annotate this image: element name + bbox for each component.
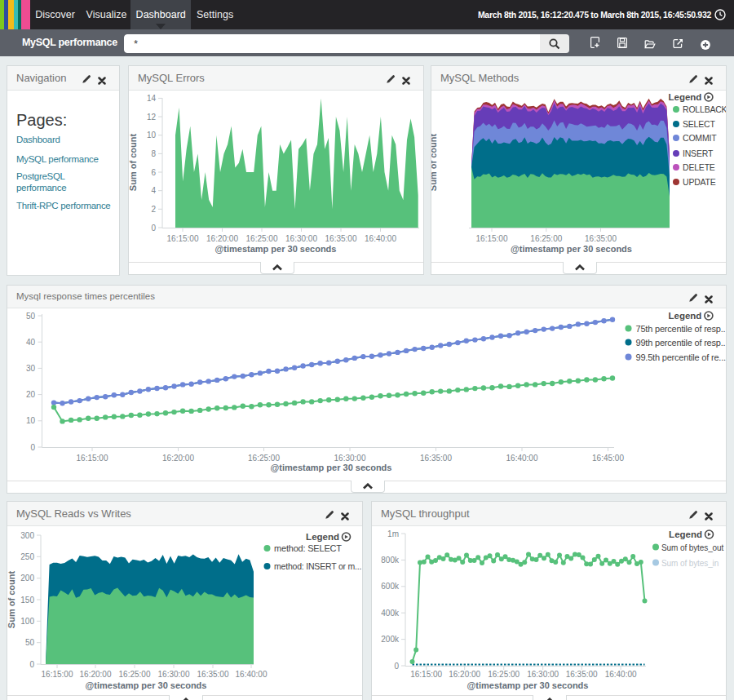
svg-text:16:40:00: 16:40:00: [506, 454, 538, 463]
svg-text:2: 2: [151, 205, 156, 214]
svg-text:16:25:00: 16:25:00: [246, 234, 278, 243]
svg-text:99.5th percentile of re...: 99.5th percentile of re...: [636, 352, 727, 362]
svg-text:800k: 800k: [381, 556, 400, 565]
svg-text:16:35:00: 16:35:00: [197, 670, 229, 679]
svg-text:COMMIT: COMMIT: [683, 133, 717, 143]
svg-text:method: SELECT: method: SELECT: [274, 543, 342, 553]
svg-text:16:15:00: 16:15:00: [476, 234, 508, 243]
svg-text:@timestamp per 30 seconds: @timestamp per 30 seconds: [215, 244, 337, 254]
svg-text:200: 200: [20, 574, 34, 583]
svg-text:8: 8: [151, 149, 156, 158]
svg-text:16:45:00: 16:45:00: [592, 454, 624, 463]
svg-text:Sum of count: Sum of count: [129, 134, 138, 192]
svg-text:16:30:00: 16:30:00: [285, 234, 317, 243]
svg-text:30: 30: [26, 364, 36, 373]
svg-text:6: 6: [151, 168, 156, 177]
svg-text:16:30:00: 16:30:00: [527, 670, 559, 679]
svg-text:1m: 1m: [387, 529, 399, 538]
svg-text:Legend: Legend: [306, 532, 339, 542]
svg-text:Legend: Legend: [669, 311, 702, 321]
svg-text:@timestamp per 30 seconds: @timestamp per 30 seconds: [511, 244, 632, 254]
svg-text:16:35:00: 16:35:00: [585, 234, 617, 243]
svg-text:50: 50: [26, 312, 36, 321]
svg-text:600k: 600k: [381, 582, 400, 591]
svg-text:@timestamp per 30 seconds: @timestamp per 30 seconds: [86, 680, 207, 690]
svg-text:16:20:00: 16:20:00: [80, 670, 112, 679]
svg-text:300: 300: [20, 531, 34, 540]
svg-text:400k: 400k: [381, 609, 400, 618]
svg-text:Sum of bytes_out: Sum of bytes_out: [661, 543, 724, 552]
svg-text:40: 40: [26, 338, 36, 347]
svg-text:16:35:00: 16:35:00: [325, 234, 357, 243]
svg-text:ROLLBACK: ROLLBACK: [683, 104, 726, 114]
svg-text:0: 0: [151, 224, 156, 233]
svg-text:0: 0: [394, 662, 399, 671]
svg-text:16:40:00: 16:40:00: [236, 670, 268, 679]
svg-text:@timestamp per 30 seconds: @timestamp per 30 seconds: [467, 680, 589, 690]
svg-text:100: 100: [20, 617, 34, 626]
svg-text:16:35:00: 16:35:00: [420, 454, 452, 463]
svg-text:0: 0: [29, 660, 34, 669]
svg-text:16:40:00: 16:40:00: [605, 670, 637, 679]
svg-text:16:30:00: 16:30:00: [334, 454, 366, 463]
svg-text:16:20:00: 16:20:00: [449, 670, 480, 679]
svg-text:16:35:00: 16:35:00: [566, 670, 598, 679]
svg-text:75th percentile of resp...: 75th percentile of resp...: [636, 324, 727, 334]
svg-text:Sum of bytes_in: Sum of bytes_in: [661, 559, 719, 568]
svg-text:20: 20: [26, 390, 36, 399]
svg-text:16:25:00: 16:25:00: [488, 670, 520, 679]
svg-text:16:25:00: 16:25:00: [248, 454, 280, 463]
svg-text:99th percentile of resp...: 99th percentile of resp...: [636, 338, 727, 348]
svg-text:16:25:00: 16:25:00: [530, 234, 562, 243]
svg-text:Legend: Legend: [669, 529, 702, 539]
svg-text:16:40:00: 16:40:00: [365, 234, 396, 243]
svg-text:0: 0: [30, 443, 35, 452]
svg-text:DELETE: DELETE: [683, 162, 715, 172]
svg-text:SELECT: SELECT: [683, 119, 715, 129]
svg-text:50: 50: [25, 638, 35, 647]
svg-text:150: 150: [20, 596, 34, 605]
svg-text:INSERT: INSERT: [683, 148, 714, 158]
svg-text:Sum of count: Sum of count: [7, 571, 16, 629]
svg-text:250: 250: [20, 552, 34, 561]
svg-text:14: 14: [147, 94, 157, 103]
svg-text:Sum of count: Sum of count: [431, 134, 438, 192]
svg-text:method: INSERT or m...: method: INSERT or m...: [274, 561, 361, 571]
svg-text:200k: 200k: [381, 635, 400, 644]
svg-text:4: 4: [151, 186, 156, 195]
svg-text:10: 10: [147, 131, 157, 140]
svg-text:16:20:00: 16:20:00: [162, 454, 194, 463]
svg-text:10: 10: [26, 416, 36, 425]
svg-text:Legend: Legend: [669, 92, 702, 102]
svg-text:UPDATE: UPDATE: [683, 177, 716, 187]
svg-text:16:30:00: 16:30:00: [158, 670, 190, 679]
svg-text:16:20:00: 16:20:00: [206, 234, 238, 243]
svg-text:16:15:00: 16:15:00: [167, 234, 199, 243]
svg-text:16:15:00: 16:15:00: [410, 670, 442, 679]
svg-text:16:25:00: 16:25:00: [119, 670, 151, 679]
svg-text:16:15:00: 16:15:00: [42, 670, 73, 679]
svg-text:12: 12: [147, 113, 157, 122]
svg-text:@timestamp per 30 seconds: @timestamp per 30 seconds: [271, 463, 392, 472]
svg-text:16:15:00: 16:15:00: [77, 454, 108, 463]
